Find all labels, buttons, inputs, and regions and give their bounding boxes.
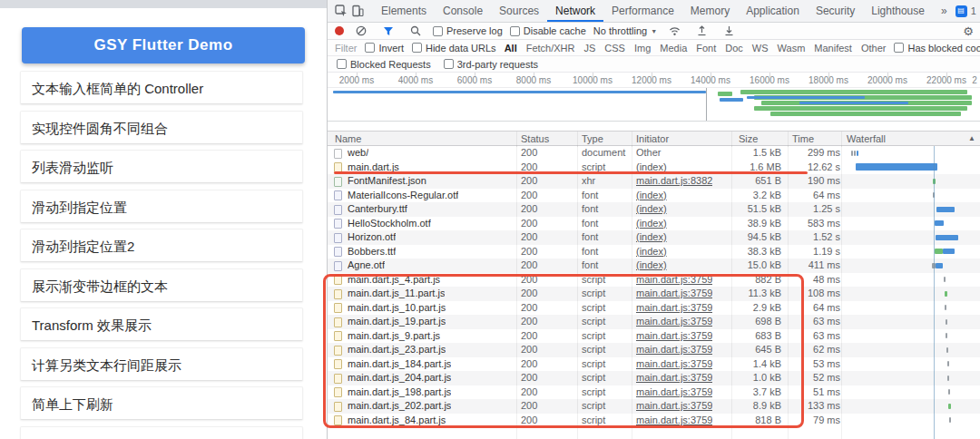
clear-icon[interactable] [353, 23, 369, 39]
request-row[interactable]: Bobbers.ttf200font(index)38.3 kB1.19 s [328, 245, 980, 259]
tab-lighthouse[interactable]: Lighthouse [863, 0, 933, 22]
request-row[interactable]: Canterbury.ttf200font(index)51.5 kB1.25 … [328, 202, 980, 217]
filter-pill-wasm[interactable]: Wasm [778, 43, 806, 54]
filter-pill-all[interactable]: All [505, 43, 517, 54]
waterfall-bar [946, 319, 947, 325]
inspect-element-icon[interactable] [335, 3, 348, 19]
waterfall-bar [943, 249, 955, 254]
checkbox-box [412, 43, 422, 53]
request-row[interactable]: Agne.otf200font(index)15.0 kB411 ms [328, 259, 980, 273]
issues-badge-icon[interactable]: ▤ [956, 5, 967, 17]
blocked-requests-checkbox[interactable]: Blocked Requests [337, 59, 431, 70]
tab-network[interactable]: Network [547, 0, 603, 22]
filter-pill-font[interactable]: Font [696, 43, 716, 54]
column-header-waterfall[interactable]: Waterfall [847, 132, 886, 146]
filter-pill-js[interactable]: JS [583, 43, 595, 54]
font-file-icon [334, 261, 342, 271]
app-list-item[interactable]: 滑动到指定位置2 [20, 229, 303, 262]
request-type: font [582, 217, 598, 231]
app-item-label: 计算另类文本行间距展示 [21, 348, 302, 381]
request-initiator[interactable]: (index) [636, 217, 667, 231]
import-har-icon[interactable] [693, 23, 710, 39]
checkbox-box [433, 26, 443, 36]
network-conditions-icon[interactable] [666, 23, 682, 39]
export-har-icon[interactable] [720, 23, 737, 39]
filter-input[interactable]: Filter [335, 43, 357, 54]
app-list-item[interactable]: 列表滑动监听 [20, 150, 303, 183]
request-row[interactable]: MaterialIcons-Regular.otf200font(index)3… [328, 189, 980, 203]
timeline-overview[interactable] [328, 88, 980, 122]
column-header-size[interactable]: Size [739, 132, 758, 146]
app-item-label: 展示渐变带边框的文本 [21, 269, 302, 302]
app-list: 文本输入框简单的 Controller实现控件圆角不同组合列表滑动监听滑动到指定… [20, 71, 303, 439]
request-status: 200 [521, 217, 537, 231]
request-row[interactable]: HelloStockholm.otf200font(index)38.9 kB5… [328, 217, 980, 231]
request-time: 299 ms [754, 146, 840, 161]
request-row[interactable]: Horizon.otf200font(index)94.5 kB1.52 s [328, 230, 980, 245]
app-list-item[interactable]: 展示渐变带边框的文本 [20, 268, 303, 302]
more-tabs-icon[interactable]: » [933, 0, 956, 22]
tab-console[interactable]: Console [435, 0, 491, 22]
tab-memory[interactable]: Memory [682, 0, 738, 22]
app-list-item[interactable]: 实现控件圆角不同组合 [20, 111, 303, 144]
filter-pill-fetch-xhr[interactable]: Fetch/XHR [526, 43, 575, 54]
tab-elements[interactable]: Elements [373, 0, 435, 22]
request-name: FontManifest.json [348, 174, 426, 189]
has-blocked-cookies-checkbox[interactable]: Has blocked cookies [894, 43, 980, 54]
column-header-time[interactable]: Time [792, 132, 814, 146]
request-initiator[interactable]: (index) [636, 202, 667, 217]
filter-pill-manifest[interactable]: Manifest [814, 43, 852, 54]
record-icon[interactable] [335, 26, 344, 35]
network-settings-gear-icon[interactable]: ⚙ [963, 25, 974, 37]
disable-cache-checkbox[interactable]: Disable cache [510, 25, 586, 36]
overview-bar [720, 98, 743, 102]
app-list-item-partial[interactable] [20, 426, 303, 439]
request-initiator[interactable]: (index) [636, 189, 667, 203]
app-list-item[interactable]: 计算另类文本行间距展示 [20, 347, 303, 381]
preserve-log-checkbox[interactable]: Preserve log [433, 25, 503, 36]
tab-performance[interactable]: Performance [603, 0, 682, 22]
throttling-dropdown[interactable]: No throttling ▼ [593, 25, 657, 36]
tab-application[interactable]: Application [738, 0, 808, 22]
waterfall-bar [946, 347, 948, 353]
filter-pill-doc[interactable]: Doc [725, 43, 743, 54]
column-header-name[interactable]: Name [335, 132, 361, 146]
app-list-item[interactable]: 文本输入框简单的 Controller [20, 71, 303, 104]
hide-data-urls-checkbox[interactable]: Hide data URLs [412, 43, 496, 54]
filter-pill-img[interactable]: Img [634, 43, 651, 54]
preserve-log-label: Preserve log [446, 25, 503, 36]
request-name: HelloStockholm.otf [348, 217, 431, 231]
filter-pill-media[interactable]: Media [660, 43, 687, 54]
filter-pill-css[interactable]: CSS [604, 43, 625, 54]
column-header-type[interactable]: Type [582, 132, 603, 146]
search-icon[interactable] [407, 23, 424, 39]
request-name: Canterbury.ttf [348, 202, 407, 217]
waterfall-bar [857, 151, 858, 156]
filter-funnel-icon[interactable] [380, 23, 397, 39]
device-toolbar-icon[interactable] [351, 3, 364, 19]
request-type: document [582, 146, 625, 161]
waterfall-bar [948, 404, 951, 409]
request-row[interactable]: FontManifest.json200xhrmain.dart.js:8382… [328, 174, 980, 189]
invert-checkbox[interactable]: Invert [365, 43, 404, 54]
column-header-status[interactable]: Status [521, 132, 549, 146]
request-row[interactable]: web/200documentOther1.5 kB299 ms [328, 146, 980, 161]
spacer [328, 122, 980, 131]
request-status: 200 [521, 245, 537, 259]
filter-pill-other[interactable]: Other [861, 43, 887, 54]
request-initiator[interactable]: (index) [636, 245, 667, 259]
overview-bar [747, 96, 865, 99]
app-list-item[interactable]: Transform 效果展示 [20, 307, 303, 341]
request-time: 1.19 s [754, 245, 840, 259]
request-initiator[interactable]: (index) [636, 230, 667, 245]
tab-sources[interactable]: Sources [491, 0, 547, 22]
column-header-initiator[interactable]: Initiator [636, 132, 669, 146]
sort-indicator-icon[interactable]: ▲ [968, 135, 975, 142]
waterfall-bar [948, 389, 950, 395]
third-party-requests-checkbox[interactable]: 3rd-party requests [444, 59, 538, 70]
request-initiator[interactable]: (index) [636, 259, 667, 273]
tab-security[interactable]: Security [808, 0, 863, 22]
filter-pill-ws[interactable]: WS [752, 43, 769, 54]
app-list-item[interactable]: 滑动到指定位置 [20, 190, 303, 223]
app-list-item[interactable]: 简单上下刷新 [20, 386, 303, 420]
